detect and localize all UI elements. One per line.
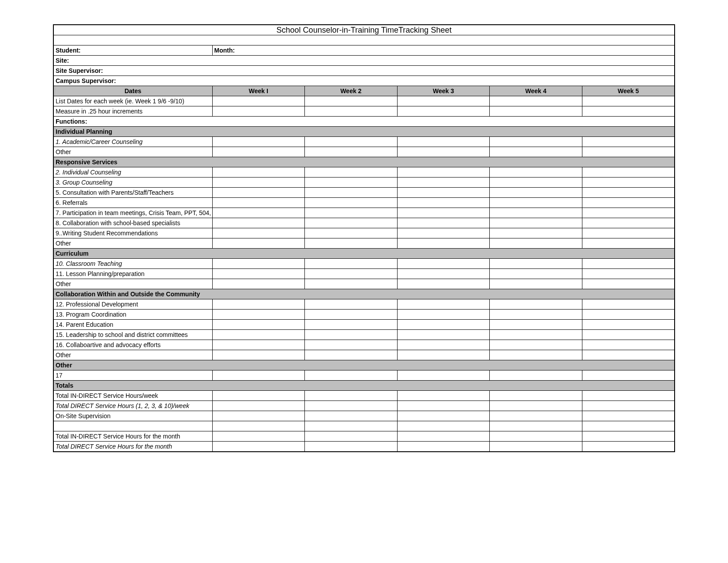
cell[interactable] <box>490 391 582 401</box>
cell[interactable] <box>490 218 582 228</box>
cell[interactable] <box>305 320 398 330</box>
cell[interactable] <box>305 137 398 147</box>
cell[interactable] <box>582 147 675 157</box>
cell[interactable] <box>212 442 305 452</box>
cell[interactable] <box>582 96 675 106</box>
cell[interactable] <box>212 106 305 117</box>
label-site-supervisor[interactable]: Site Supervisor: <box>53 66 675 76</box>
cell[interactable] <box>582 299 675 310</box>
cell[interactable] <box>397 370 490 381</box>
cell[interactable] <box>582 218 675 228</box>
cell[interactable] <box>582 310 675 320</box>
cell[interactable] <box>305 370 398 381</box>
cell[interactable] <box>397 411 490 421</box>
cell[interactable] <box>397 391 490 401</box>
cell[interactable] <box>305 106 398 117</box>
cell[interactable] <box>582 279 675 289</box>
cell[interactable] <box>397 208 490 218</box>
cell[interactable] <box>490 269 582 279</box>
cell[interactable] <box>212 218 305 228</box>
cell[interactable] <box>490 178 582 188</box>
cell[interactable] <box>397 431 490 442</box>
cell[interactable] <box>490 147 582 157</box>
cell[interactable] <box>212 147 305 157</box>
cell[interactable] <box>212 350 305 360</box>
cell[interactable] <box>305 259 398 269</box>
label-site[interactable]: Site: <box>53 56 675 66</box>
cell[interactable] <box>305 330 398 340</box>
cell[interactable] <box>212 330 305 340</box>
cell[interactable] <box>397 401 490 411</box>
cell[interactable] <box>490 188 582 198</box>
cell[interactable] <box>212 310 305 320</box>
cell[interactable] <box>582 411 675 421</box>
cell[interactable] <box>305 279 398 289</box>
cell[interactable] <box>490 310 582 320</box>
cell[interactable] <box>397 96 490 106</box>
cell[interactable] <box>490 238 582 249</box>
cell[interactable] <box>490 96 582 106</box>
cell[interactable] <box>305 208 398 218</box>
cell[interactable] <box>212 421 305 431</box>
cell[interactable] <box>397 106 490 117</box>
cell[interactable] <box>582 340 675 350</box>
cell[interactable] <box>397 188 490 198</box>
cell[interactable] <box>305 178 398 188</box>
cell[interactable] <box>212 137 305 147</box>
cell[interactable] <box>490 370 582 381</box>
cell[interactable] <box>490 442 582 452</box>
cell[interactable] <box>582 259 675 269</box>
cell[interactable] <box>582 188 675 198</box>
cell[interactable] <box>397 320 490 330</box>
cell[interactable] <box>212 411 305 421</box>
cell[interactable] <box>490 340 582 350</box>
cell[interactable] <box>397 350 490 360</box>
cell[interactable] <box>212 279 305 289</box>
cell[interactable] <box>490 137 582 147</box>
cell[interactable] <box>490 401 582 411</box>
cell[interactable] <box>305 431 398 442</box>
cell[interactable] <box>305 340 398 350</box>
cell[interactable] <box>490 411 582 421</box>
cell[interactable] <box>582 431 675 442</box>
cell[interactable] <box>305 96 398 106</box>
cell[interactable] <box>305 228 398 238</box>
cell[interactable] <box>397 228 490 238</box>
label-month[interactable]: Month: <box>212 45 675 56</box>
cell[interactable] <box>397 299 490 310</box>
cell[interactable] <box>397 421 490 431</box>
cell[interactable] <box>582 106 675 117</box>
cell[interactable] <box>490 320 582 330</box>
cell[interactable] <box>582 350 675 360</box>
cell[interactable] <box>582 198 675 208</box>
cell[interactable] <box>212 320 305 330</box>
cell[interactable] <box>305 442 398 452</box>
cell[interactable] <box>397 330 490 340</box>
cell[interactable] <box>490 330 582 340</box>
cell[interactable] <box>582 421 675 431</box>
cell[interactable] <box>397 178 490 188</box>
cell[interactable] <box>582 208 675 218</box>
cell[interactable] <box>582 442 675 452</box>
cell[interactable] <box>212 340 305 350</box>
cell[interactable] <box>305 310 398 320</box>
cell[interactable] <box>305 401 398 411</box>
cell[interactable] <box>212 228 305 238</box>
cell[interactable] <box>582 401 675 411</box>
cell[interactable] <box>582 391 675 401</box>
cell[interactable] <box>212 96 305 106</box>
cell[interactable] <box>305 411 398 421</box>
cell[interactable] <box>212 178 305 188</box>
cell[interactable] <box>305 421 398 431</box>
cell[interactable] <box>397 147 490 157</box>
cell[interactable] <box>397 137 490 147</box>
cell[interactable] <box>582 269 675 279</box>
cell[interactable] <box>582 167 675 178</box>
cell[interactable] <box>397 238 490 249</box>
cell[interactable] <box>212 259 305 269</box>
cell[interactable] <box>490 167 582 178</box>
cell[interactable] <box>397 218 490 228</box>
cell[interactable] <box>582 320 675 330</box>
cell[interactable] <box>490 228 582 238</box>
cell[interactable] <box>490 106 582 117</box>
